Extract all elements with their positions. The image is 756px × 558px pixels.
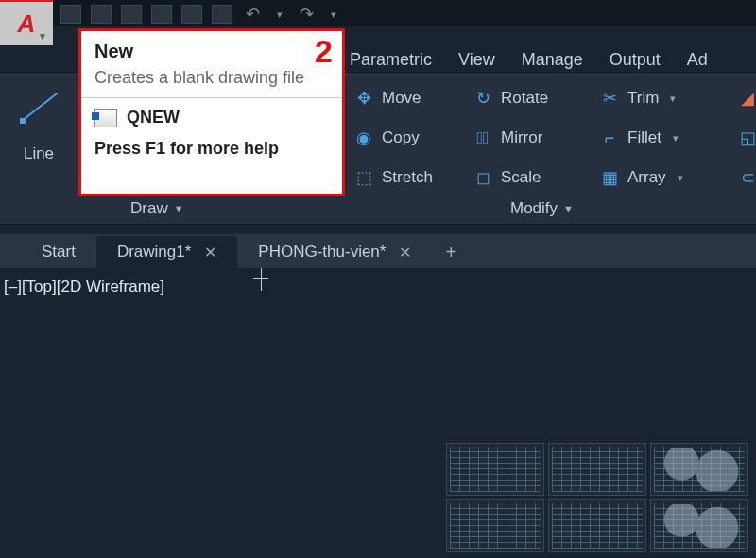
panel-separator — [346, 80, 347, 195]
chevron-down-icon: ▼ — [563, 203, 574, 214]
tab-phong-label: PHONG-thu-vien* — [258, 243, 386, 262]
library-thumb[interactable] — [548, 443, 646, 496]
tooltip-command: QNEW — [127, 108, 180, 127]
modify-panel-label[interactable]: Modify ▼ — [510, 199, 574, 218]
stretch-icon: ⬚ — [353, 167, 374, 188]
library-thumb[interactable] — [650, 443, 748, 496]
copy-icon: ◉ — [353, 127, 374, 148]
tab-start-label: Start — [42, 243, 76, 262]
qat-plot-icon[interactable] — [181, 5, 202, 24]
qnew-icon — [94, 109, 117, 127]
scale-button[interactable]: ◻Scale — [472, 167, 593, 188]
library-thumb[interactable] — [548, 499, 646, 552]
annotation-number: 2 — [315, 33, 333, 70]
modify-panel: ✥Move ↻Rotate ✂Trim▾ ◢ ◉Copy �⃒Mirror ⌐F… — [353, 80, 756, 195]
library-thumb[interactable] — [446, 499, 544, 552]
chevron-down-icon: ▼ — [38, 31, 47, 42]
library-thumb[interactable] — [446, 443, 544, 496]
chevron-down-icon[interactable]: ▾ — [678, 172, 683, 184]
trim-label: Trim — [627, 89, 659, 108]
crosshair-cursor — [261, 268, 262, 291]
tab-addins[interactable]: Ad — [687, 50, 708, 70]
stretch-label: Stretch — [382, 168, 433, 187]
move-label: Move — [382, 89, 421, 108]
fillet-button[interactable]: ⌐Fillet▾ — [599, 127, 731, 148]
library-thumb[interactable] — [650, 499, 748, 552]
tab-manage[interactable]: Manage — [522, 50, 583, 70]
undo-icon[interactable]: ↶ — [242, 4, 264, 25]
qat-new-icon[interactable] — [60, 5, 81, 24]
move-icon: ✥ — [353, 88, 374, 109]
drawing-canvas[interactable]: [–][Top][2D Wireframe] — [0, 268, 756, 558]
block-library-preview — [446, 443, 748, 552]
qat-open-icon[interactable] — [91, 5, 112, 24]
tab-start[interactable]: Start — [21, 236, 96, 268]
tooltip-help-text: Press F1 for more help — [94, 139, 329, 159]
close-icon[interactable]: ✕ — [399, 244, 411, 262]
scale-icon: ◻ — [472, 167, 493, 188]
array-button[interactable]: ▦Array▾ — [599, 167, 731, 188]
new-tab-button[interactable]: + — [432, 236, 470, 268]
offset-button[interactable]: ⊂ — [737, 167, 756, 188]
move-button[interactable]: ✥Move — [353, 88, 467, 109]
fillet-icon: ⌐ — [599, 127, 620, 148]
array-icon: ▦ — [599, 167, 620, 188]
ribbon-tabs: Parametric View Manage Output Ad — [350, 45, 756, 74]
array-label: Array — [627, 168, 666, 187]
chevron-down-icon[interactable]: ▾ — [673, 132, 679, 144]
trim-icon: ✂ — [599, 88, 620, 109]
scale-label: Scale — [501, 168, 541, 187]
tooltip-description: Creates a blank drawing file — [94, 68, 329, 88]
new-command-tooltip: 2 New Creates a blank drawing file QNEW … — [78, 28, 345, 196]
erase-button[interactable]: ◢ — [737, 88, 756, 109]
tab-phong[interactable]: PHONG-thu-vien* ✕ — [237, 236, 432, 268]
modify-panel-text: Modify — [510, 199, 558, 218]
redo-icon[interactable]: ↷ — [296, 4, 318, 25]
tab-output[interactable]: Output — [610, 50, 661, 70]
chevron-down-icon[interactable]: ▾ — [670, 93, 676, 105]
mirror-button[interactable]: �⃒Mirror — [472, 127, 593, 148]
mirror-label: Mirror — [501, 128, 542, 147]
app-logo-letter: A — [18, 9, 36, 39]
draw-panel-text: Draw — [130, 199, 168, 218]
qat-saveas-icon[interactable] — [151, 5, 172, 24]
explode-button[interactable]: ◱ — [737, 127, 756, 148]
qat-icon-row: ↶ ▾ ↷ ▾ — [60, 4, 340, 25]
rotate-label: Rotate — [501, 89, 548, 108]
draw-panel-label[interactable]: Draw ▼ — [130, 199, 184, 218]
quick-access-toolbar: ↶ ▾ ↷ ▾ — [0, 0, 756, 26]
copy-label: Copy — [382, 128, 420, 147]
plus-icon: + — [445, 242, 456, 263]
rotate-button[interactable]: ↻Rotate — [472, 88, 593, 109]
line-label: Line — [13, 144, 64, 163]
tab-drawing1[interactable]: Drawing1* ✕ — [96, 236, 237, 268]
rotate-icon: ↻ — [472, 88, 493, 109]
close-icon[interactable]: ✕ — [204, 244, 216, 262]
line-tool-button[interactable]: Line — [13, 86, 64, 163]
trim-button[interactable]: ✂Trim▾ — [599, 88, 731, 109]
undo-dropdown-icon[interactable]: ▾ — [273, 8, 286, 21]
tab-parametric[interactable]: Parametric — [350, 50, 432, 70]
explode-icon: ◱ — [737, 127, 756, 148]
fillet-label: Fillet — [627, 128, 662, 147]
viewport-label[interactable]: [–][Top][2D Wireframe] — [4, 278, 164, 296]
redo-dropdown-icon[interactable]: ▾ — [327, 8, 340, 21]
tab-view[interactable]: View — [458, 50, 495, 70]
mirror-icon: �⃒ — [472, 127, 493, 148]
tooltip-title: New — [94, 41, 329, 62]
erase-icon: ◢ — [737, 88, 756, 109]
chevron-down-icon: ▼ — [174, 203, 184, 214]
document-tab-bar: Start Drawing1* ✕ PHONG-thu-vien* ✕ + — [0, 234, 756, 268]
tab-drawing1-label: Drawing1* — [117, 243, 191, 262]
app-logo-button[interactable]: A ▼ — [0, 0, 53, 45]
line-icon — [18, 86, 60, 127]
stretch-button[interactable]: ⬚Stretch — [353, 167, 467, 188]
copy-button[interactable]: ◉Copy — [353, 127, 467, 148]
qat-save-icon[interactable] — [121, 5, 142, 24]
qat-print-icon[interactable] — [212, 5, 232, 24]
offset-icon: ⊂ — [737, 167, 756, 188]
